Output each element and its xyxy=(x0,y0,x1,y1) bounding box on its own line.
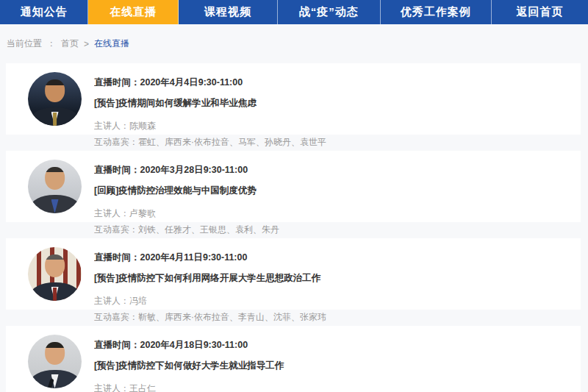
speaker-line: 主讲人：冯培 xyxy=(94,295,566,307)
nav-tab-notices[interactable]: 通知公告 xyxy=(0,0,88,24)
broadcast-time: 直播时间：2020年4月18日9:30-11:00 xyxy=(94,335,566,352)
breadcrumb-label: 当前位置 xyxy=(7,38,42,50)
speaker-photo xyxy=(28,160,82,213)
breadcrumb-separator: > xyxy=(84,39,89,49)
speaker-line: 主讲人：王占仁 xyxy=(94,382,566,392)
speaker-line: 主讲人：陈顺森 xyxy=(94,120,566,132)
broadcast-list-item[interactable]: 直播时间：2020年4月4日9:30-11:00 [预告]疫情期间如何缓解学业和… xyxy=(6,63,581,135)
broadcast-time: 直播时间：2020年4月4日9:30-11:00 xyxy=(94,72,566,89)
portrait-head xyxy=(45,79,65,102)
speaker-photo xyxy=(28,335,82,388)
nav-tab-back-home[interactable]: 返回首页 xyxy=(492,0,588,24)
guests-line: 互动嘉宾：霍虹、库西来·依布拉音、马军、孙晓丹、袁世平 xyxy=(94,136,566,149)
broadcast-list-item[interactable]: 直播时间：2020年3月28日9:30-11:00 [回顾]疫情防控治理效能与中… xyxy=(6,151,581,222)
top-nav: 通知公告 在线直播 课程视频 战“疫”动态 优秀工作案例 返回首页 xyxy=(0,0,588,24)
broadcast-list: 直播时间：2020年4月4日9:30-11:00 [预告]疫情期间如何缓解学业和… xyxy=(0,63,588,392)
nav-tab-best-cases[interactable]: 优秀工作案例 xyxy=(381,0,492,24)
broadcast-time: 直播时间：2020年3月28日9:30-11:00 xyxy=(94,160,566,177)
speaker-photo xyxy=(28,247,82,301)
breadcrumb: 当前位置 ： 首页 > 在线直播 xyxy=(0,24,588,63)
portrait-head xyxy=(45,167,65,190)
breadcrumb-current[interactable]: 在线直播 xyxy=(94,38,129,50)
guests-line: 互动嘉宾：刘铁、任雅才、王银思、袁利、朱丹 xyxy=(94,224,566,236)
guests-line: 互动嘉宾：靳敏、库西来·依布拉音、李青山、沈菲、张家玮 xyxy=(94,311,566,324)
nav-tab-course-videos[interactable]: 课程视频 xyxy=(179,0,277,24)
broadcast-list-item[interactable]: 直播时间：2020年4月11日9:30-11:00 [预告]疫情防控下如何利用网… xyxy=(6,238,581,310)
portrait-head xyxy=(45,254,65,277)
nav-tab-live-broadcast[interactable]: 在线直播 xyxy=(88,0,179,24)
broadcast-title[interactable]: [回顾]疫情防控治理效能与中国制度优势 xyxy=(94,185,566,197)
broadcast-title[interactable]: [预告]疫情期间如何缓解学业和毕业焦虑 xyxy=(94,97,566,110)
broadcast-title[interactable]: [预告]疫情防控下如何做好大学生就业指导工作 xyxy=(94,360,566,372)
nav-tab-epidemic-news[interactable]: 战“疫”动态 xyxy=(278,0,381,24)
portrait-head xyxy=(45,342,65,365)
breadcrumb-home-link[interactable]: 首页 xyxy=(61,38,79,50)
broadcast-time: 直播时间：2020年4月11日9:30-11:00 xyxy=(94,247,566,264)
portrait-tie xyxy=(53,288,57,301)
speaker-line: 主讲人：卢黎歌 xyxy=(94,207,566,220)
speaker-photo xyxy=(28,72,82,126)
broadcast-list-item[interactable]: 直播时间：2020年4月18日9:30-11:00 [预告]疫情防控下如何做好大… xyxy=(6,326,581,392)
breadcrumb-colon: ： xyxy=(47,38,56,50)
portrait-tie xyxy=(53,113,57,126)
broadcast-title[interactable]: [预告]疫情防控下如何利用网络开展大学生思想政治工作 xyxy=(94,272,566,285)
